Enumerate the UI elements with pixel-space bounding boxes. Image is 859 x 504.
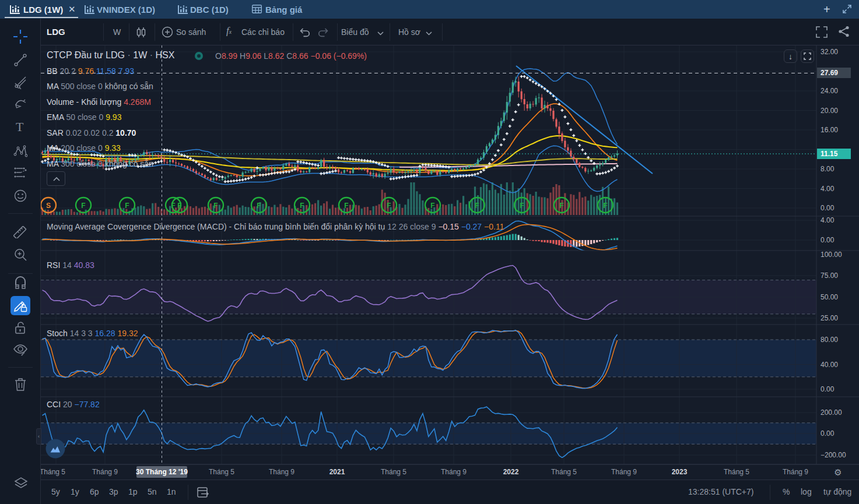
svg-text:F: F	[387, 202, 391, 210]
svg-text:80.00: 80.00	[821, 336, 838, 344]
svg-text:F: F	[213, 202, 218, 210]
svg-text:2022: 2022	[503, 468, 519, 476]
svg-text:Tháng 9: Tháng 9	[269, 468, 294, 476]
svg-text:Tháng 5: Tháng 5	[41, 468, 65, 476]
svg-text:0.00: 0.00	[821, 429, 835, 438]
svg-text:100.00: 100.00	[821, 251, 842, 259]
svg-text:200.00: 200.00	[821, 408, 842, 417]
svg-text:32.00: 32.00	[821, 48, 838, 56]
svg-text:Tháng 9: Tháng 9	[611, 468, 637, 476]
svg-text:16.00: 16.00	[821, 126, 838, 134]
svg-text:25.00: 25.00	[821, 314, 838, 322]
svg-text:Tháng 9: Tháng 9	[783, 468, 808, 476]
svg-text:F: F	[559, 202, 563, 210]
svg-text:8.00: 8.00	[821, 165, 835, 173]
svg-text:11.15: 11.15	[821, 150, 838, 158]
svg-text:24.00: 24.00	[821, 87, 838, 95]
svg-text:Tháng 9: Tháng 9	[441, 468, 467, 476]
svg-text:4.00: 4.00	[821, 185, 835, 193]
svg-text:−200.00: −200.00	[821, 451, 846, 459]
svg-text:F: F	[257, 202, 261, 210]
svg-text:27.69: 27.69	[821, 69, 838, 77]
svg-text:75.00: 75.00	[821, 272, 838, 280]
svg-text:Tháng 5: Tháng 5	[209, 468, 234, 476]
svg-text:F: F	[430, 202, 434, 210]
svg-text:2023: 2023	[672, 468, 688, 476]
svg-text:30 Tháng 12 '19: 30 Tháng 12 '19	[136, 468, 188, 476]
svg-text:F: F	[344, 202, 348, 210]
svg-text:F: F	[475, 202, 479, 210]
svg-text:Tháng 5: Tháng 5	[381, 468, 406, 476]
svg-text:2021: 2021	[329, 468, 345, 476]
svg-text:0.00: 0.00	[821, 204, 835, 212]
svg-text:0.00: 0.00	[821, 385, 835, 393]
svg-text:Tháng 5: Tháng 5	[551, 468, 577, 476]
svg-text:F: F	[603, 202, 607, 210]
svg-text:4.00: 4.00	[821, 216, 835, 224]
svg-text:0.00: 0.00	[821, 236, 835, 244]
svg-text:F: F	[177, 202, 181, 210]
svg-text:50.00: 50.00	[821, 293, 838, 301]
svg-text:⚙: ⚙	[834, 467, 842, 477]
svg-text:S: S	[46, 202, 51, 210]
svg-text:40.00: 40.00	[821, 361, 838, 369]
svg-text:Tháng 5: Tháng 5	[724, 468, 749, 476]
svg-text:F: F	[520, 202, 524, 210]
svg-text:F: F	[81, 202, 85, 210]
svg-text:F: F	[125, 202, 129, 210]
svg-text:20.00: 20.00	[821, 107, 838, 115]
svg-text:Tháng 9: Tháng 9	[92, 468, 118, 476]
svg-text:F: F	[300, 202, 304, 210]
